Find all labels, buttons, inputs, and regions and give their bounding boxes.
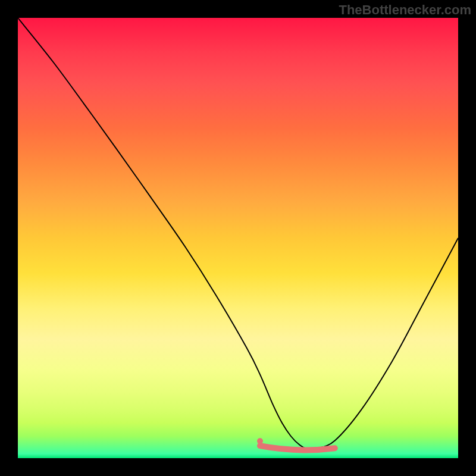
sweet-spot-dot [257,438,263,444]
chart-svg [18,18,458,458]
chart-plot-area [18,18,458,458]
sweet-spot-highlight [260,446,335,450]
bottleneck-curve [18,18,458,450]
watermark-text: TheBottlenecker.com [339,2,471,18]
